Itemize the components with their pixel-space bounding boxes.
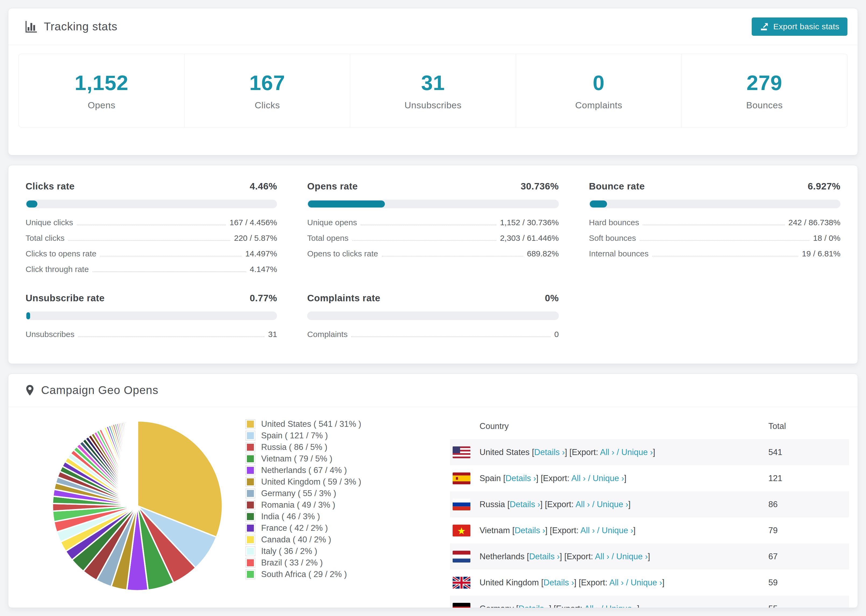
export-unique-link[interactable]: Unique ›	[606, 604, 637, 608]
geo-pie-chart	[49, 417, 226, 594]
legend-item-germany: Germany ( 55 / 3% )	[246, 487, 396, 499]
stat-cell-clicks: 167Clicks	[184, 54, 350, 127]
stat-value: 1,152	[75, 71, 129, 95]
geo-legend: United States ( 541 / 31% )Spain ( 121 /…	[246, 418, 396, 608]
page: { "colors": { "accent_teal": "#1792a8", …	[0, 0, 866, 616]
export-all-link[interactable]: All ›	[609, 578, 624, 587]
details-link[interactable]: Details ›	[518, 604, 549, 608]
export-unique-link[interactable]: Unique ›	[621, 448, 653, 457]
country-flag-de-icon	[453, 603, 471, 608]
details-link[interactable]: Details ›	[543, 578, 574, 587]
rate-metric-row: Total opens2,303 / 61.446%	[307, 230, 559, 246]
export-all-link[interactable]: All ›	[580, 526, 595, 535]
country-cell: Germany [Details ›] [Export: All › / Uni…	[471, 604, 768, 608]
export-all-link[interactable]: All ›	[595, 552, 609, 561]
export-unique-link[interactable]: Unique ›	[616, 552, 648, 561]
legend-swatch-color	[247, 501, 254, 509]
metric-leader	[77, 225, 226, 225]
metric-leader	[78, 336, 265, 337]
row-total: 79	[768, 526, 849, 535]
metric-leader	[652, 256, 798, 256]
legend-swatch	[246, 489, 255, 498]
bracket: ]	[662, 578, 664, 587]
rates-card: Clicks rate4.46%Unique clicks167 / 4.456…	[8, 165, 858, 364]
legend-swatch-color	[247, 536, 254, 543]
table-row-spain: Spain [Details ›] [Export: All › / Uniqu…	[450, 465, 849, 491]
metric-value: 2,303 / 61.446%	[500, 234, 559, 243]
legend-swatch	[246, 431, 255, 440]
link-separator: /	[586, 473, 593, 483]
summary-stats-row: 1,152Opens167Clicks31Unsubscribes0Compla…	[19, 54, 847, 127]
metric-leader	[640, 240, 809, 241]
legend-item-brazil: Brazil ( 33 / 2% )	[246, 557, 396, 569]
metric-value: 19 / 6.81%	[802, 249, 841, 258]
metric-label: Soft bounces	[589, 234, 636, 243]
export-unique-link[interactable]: Unique ›	[592, 473, 624, 483]
export-basic-stats-button[interactable]: Export basic stats	[752, 17, 847, 36]
metric-leader	[68, 240, 230, 241]
legend-item-india: India ( 46 / 3% )	[246, 511, 396, 522]
details-link[interactable]: Details ›	[510, 500, 540, 509]
rate-head: Bounce rate6.927%	[589, 181, 841, 192]
metric-leader	[382, 256, 523, 256]
row-total: 86	[768, 500, 849, 509]
metric-value: 0	[554, 330, 559, 339]
bracket: ]	[648, 552, 650, 561]
bracket: ] [Export:	[540, 500, 576, 509]
metric-leader	[93, 272, 246, 272]
legend-swatch-color	[247, 478, 254, 486]
country-cell: United Kingdom [Details ›] [Export: All …	[471, 578, 768, 588]
geo-body: United States ( 541 / 31% )Spain ( 121 /…	[8, 407, 858, 608]
rate-progress-track	[307, 200, 559, 208]
export-all-link[interactable]: All ›	[600, 448, 614, 457]
geo-table-rows: United States [Details ›] [Export: All ›…	[450, 439, 849, 608]
export-all-link[interactable]: All ›	[576, 500, 590, 509]
legend-swatch	[246, 477, 255, 487]
pie-slice-other[interactable]	[137, 421, 137, 506]
export-all-link[interactable]: All ›	[571, 473, 586, 483]
country-cell: Netherlands [Details ›] [Export: All › /…	[471, 552, 768, 561]
bar-chart-icon	[25, 20, 38, 33]
bracket: ]	[637, 604, 639, 608]
export-unique-link[interactable]: Unique ›	[601, 526, 633, 535]
details-link[interactable]: Details ›	[505, 473, 536, 483]
rate-metric-row: Unique clicks167 / 4.456%	[25, 215, 277, 230]
metric-label: Hard bounces	[589, 218, 639, 227]
details-link[interactable]: Details ›	[515, 526, 545, 535]
export-all-link[interactable]: All ›	[584, 604, 598, 608]
metric-value: 4.147%	[250, 265, 277, 274]
metric-label: Unsubscribes	[25, 330, 74, 339]
rate-title: Bounce rate	[589, 181, 645, 192]
metric-label: Total opens	[307, 234, 348, 243]
legend-swatch	[246, 465, 255, 475]
rate-title: Unsubscribe rate	[25, 293, 105, 303]
legend-label: Canada ( 40 / 2% )	[261, 535, 331, 545]
legend-label: Vietnam ( 79 / 5% )	[261, 454, 332, 464]
legend-swatch-color	[247, 455, 254, 462]
map-pin-icon	[25, 384, 35, 396]
legend-label: France ( 42 / 2% )	[261, 523, 328, 533]
legend-swatch	[246, 546, 255, 556]
rate-block-bounce-rate: Bounce rate6.927%Hard bounces242 / 86.73…	[589, 181, 841, 277]
rate-progress-fill	[26, 312, 30, 319]
legend-label: Italy ( 36 / 2% )	[261, 546, 317, 556]
stat-cell-complaints: 0Complaints	[516, 54, 682, 127]
row-total: 67	[768, 552, 849, 561]
metric-label: Click through rate	[25, 265, 89, 274]
country-name: Spain	[480, 473, 503, 483]
rate-progress-track	[307, 311, 559, 320]
legend-item-canada: Canada ( 40 / 2% )	[246, 534, 396, 545]
bracket: [	[503, 473, 505, 483]
country-cell: Russia [Details ›] [Export: All › / Uniq…	[471, 500, 768, 509]
metric-value: 31	[268, 330, 277, 339]
geo-table-header: Country Total	[450, 413, 849, 439]
details-link[interactable]: Details ›	[534, 448, 565, 457]
legend-item-vietnam: Vietnam ( 79 / 5% )	[246, 453, 396, 464]
row-total: 541	[768, 448, 849, 457]
export-unique-link[interactable]: Unique ›	[631, 578, 662, 587]
metric-label: Total clicks	[25, 234, 65, 243]
details-link[interactable]: Details ›	[529, 552, 560, 561]
rate-title: Clicks rate	[25, 181, 75, 192]
country-flag-nl-icon	[453, 551, 471, 563]
export-unique-link[interactable]: Unique ›	[597, 500, 628, 509]
